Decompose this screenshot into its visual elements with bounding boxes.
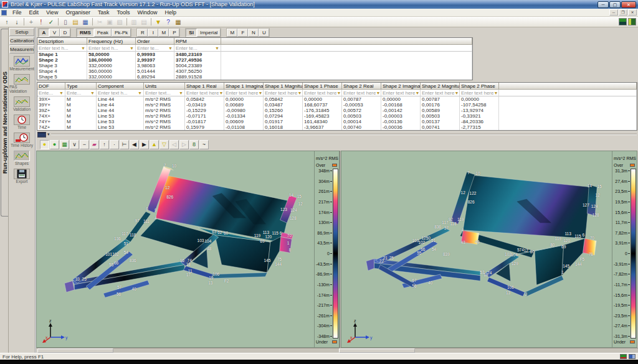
control-button-v[interactable]: V bbox=[49, 29, 60, 37]
filter-input[interactable]: Enter text here▼ bbox=[303, 90, 342, 96]
filter-funnel-icon[interactable]: ▼ bbox=[130, 45, 134, 52]
next-shape-icon[interactable]: ▶ bbox=[140, 140, 149, 149]
surface-icon[interactable]: ▦ bbox=[60, 140, 69, 149]
menu-file[interactable]: File bbox=[9, 9, 26, 16]
print-icon[interactable]: ▥ bbox=[129, 17, 139, 27]
filter-funnel-icon[interactable]: ▼ bbox=[168, 45, 173, 52]
column-header-component[interactable]: Component bbox=[97, 83, 144, 90]
table-row[interactable]: Shape 2186,000002,993973727,49536 bbox=[37, 57, 472, 63]
control-button-si[interactable]: SI bbox=[186, 29, 197, 37]
new-document-icon[interactable]: ▯ bbox=[60, 17, 70, 27]
column-header-shape-1-magnitude[interactable]: Shape 1 Magnitude bbox=[264, 83, 303, 90]
menu-help[interactable]: Help bbox=[161, 9, 180, 16]
filter-funnel-icon[interactable]: ▼ bbox=[81, 45, 85, 52]
menu-task[interactable]: Task bbox=[94, 9, 113, 16]
table-row[interactable]: 39X+MLine 44m/s^2 RMS0,058420,000000,058… bbox=[37, 96, 637, 102]
control-button-m[interactable]: M bbox=[158, 29, 169, 37]
column-header-shape-2-magnitude[interactable]: Shape 2 Magnitude bbox=[421, 83, 460, 90]
filter-funnel-icon[interactable]: ▼ bbox=[415, 90, 419, 96]
filter-funnel-icon[interactable]: ▼ bbox=[59, 90, 64, 96]
table-row[interactable]: 39Y+MLine 44m/s^2 RMS-0,034190,006890,03… bbox=[37, 102, 637, 108]
line-icon[interactable]: − bbox=[80, 140, 89, 149]
control-button-i[interactable]: I bbox=[148, 29, 158, 37]
child-restore-button[interactable]: ❐ bbox=[619, 9, 627, 16]
filter-funnel-icon[interactable]: ▼ bbox=[258, 90, 262, 96]
layout-stack-icon[interactable] bbox=[37, 132, 46, 138]
paste-icon[interactable]: ▧ bbox=[115, 17, 125, 27]
table-row[interactable]: 39Z+MLine 44m/s^2 RMS-0,15229-0,009800,1… bbox=[37, 108, 637, 113]
scale-icon[interactable]: ⊢ bbox=[120, 140, 129, 149]
dot-icon[interactable]: · bbox=[110, 140, 119, 149]
open-folder-icon[interactable]: ▤ bbox=[70, 17, 80, 27]
move-up-icon[interactable]: ↑ bbox=[2, 17, 12, 27]
column-header-description[interactable]: Description bbox=[37, 38, 87, 45]
print-preview-icon[interactable]: ▤ bbox=[139, 17, 149, 27]
sidebar-button-calibration[interactable]: Calibration bbox=[9, 37, 34, 45]
menu-window[interactable]: Window bbox=[133, 9, 161, 16]
filter-funnel-icon[interactable]: ▼ bbox=[215, 45, 219, 52]
next-disabled-icon[interactable]: ▷ bbox=[179, 140, 189, 149]
select-mode-icon[interactable]: ∨ bbox=[70, 140, 79, 149]
sidebar-item-time[interactable]: Time bbox=[9, 113, 34, 131]
maximize-button[interactable]: ▢ bbox=[609, 1, 621, 8]
help-icon[interactable]: ? bbox=[163, 17, 173, 27]
filter-funnel-icon[interactable]: ▼ bbox=[454, 90, 459, 96]
curve-icon[interactable]: ~ bbox=[199, 140, 209, 149]
tray-status-icon[interactable] bbox=[629, 354, 636, 359]
add-icon[interactable]: + bbox=[26, 17, 36, 27]
column-header-shape-2-real[interactable]: Shape 2 Real bbox=[342, 83, 381, 90]
sidebar-item-measurement[interactable]: Measurement bbox=[9, 54, 34, 72]
filter-input[interactable]: Enter text here▼ bbox=[264, 90, 303, 96]
column-header-rpm[interactable]: RPM bbox=[174, 38, 221, 45]
scroll-thumb-left[interactable] bbox=[37, 348, 113, 353]
organiser-icon[interactable]: ▦ bbox=[173, 17, 183, 27]
sidebar-item-time-history[interactable]: Time History bbox=[9, 131, 34, 149]
tab-run-up-down-ods[interactable]: Run-up/down and Non-stationary ODS bbox=[1, 29, 8, 217]
control-button-f[interactable]: F bbox=[237, 29, 248, 37]
tray-monitor-icon[interactable] bbox=[620, 354, 627, 359]
menu-view[interactable]: View bbox=[42, 9, 62, 16]
column-header-shape-1-phase[interactable]: Shape 1 Phase bbox=[303, 83, 342, 90]
link-icon[interactable]: 8 bbox=[189, 140, 199, 149]
sidebar-item-validation[interactable]: Validation bbox=[9, 95, 34, 113]
sidebar-button-setup[interactable]: Setup bbox=[9, 28, 34, 36]
prev-shape-icon[interactable]: ◀ bbox=[130, 140, 139, 149]
column-header-order[interactable]: Order bbox=[136, 38, 174, 45]
sidebar-button-measurements[interactable]: Measurements bbox=[9, 45, 34, 54]
move-down-icon[interactable]: ↓ bbox=[12, 17, 22, 27]
filter-input[interactable]: Enter text...▼ bbox=[144, 90, 185, 96]
sidebar-item-shapes[interactable]: Shapes bbox=[9, 149, 34, 167]
filter-funnel-icon[interactable]: ▼ bbox=[493, 90, 498, 96]
down-step-icon[interactable]: ▽ bbox=[160, 140, 169, 149]
arrow-up-icon[interactable]: ↑ bbox=[100, 140, 109, 149]
filter-input[interactable]: Enter text here▼ bbox=[421, 90, 460, 96]
shape2-3d-view[interactable]: z y x 7101212282692119117118836374434610… bbox=[341, 151, 612, 348]
filter-input[interactable]: Enter text here▼ bbox=[460, 90, 499, 96]
filter-input[interactable]: Enter text here▼ bbox=[224, 90, 264, 96]
menu-edit[interactable]: Edit bbox=[26, 9, 43, 16]
table-row[interactable]: 74Z+MLine 53m/s^2 RMS0,15979-0,011080,16… bbox=[37, 124, 637, 130]
shape1-3d-view[interactable]: z y x 7101282669497111117118136511011025… bbox=[36, 151, 315, 348]
menu-organiser[interactable]: Organiser bbox=[62, 9, 94, 16]
report-view-icon[interactable] bbox=[628, 18, 636, 26]
prev-disabled-icon[interactable]: ◁ bbox=[169, 140, 179, 149]
menu-tools[interactable]: Tools bbox=[113, 9, 133, 16]
control-button-pk-pk[interactable]: Pk-Pk bbox=[112, 29, 131, 37]
chevron-down-icon[interactable]: ▾ bbox=[47, 132, 50, 137]
column-header-shape-2-phase[interactable]: Shape 2 Phase bbox=[460, 83, 499, 90]
filter-input[interactable]: Enter text here▼ bbox=[342, 90, 381, 96]
table-row[interactable]: Shape 3332,000003,980635004,23389 bbox=[37, 63, 472, 68]
table-row[interactable]: 74X+MLine 53m/s^2 RMS-0,07171-0,013340,0… bbox=[37, 113, 637, 119]
horizontal-scrollbar[interactable] bbox=[36, 348, 638, 353]
table-row[interactable]: Shape 158,000000,999933480,23169 bbox=[37, 52, 472, 57]
control-button-r[interactable]: R bbox=[137, 29, 148, 37]
table-row[interactable]: Shape 5332,000006,892942889,91528 bbox=[37, 74, 472, 80]
filter-funnel-icon[interactable]: ▼ bbox=[179, 90, 183, 96]
column-header-units[interactable]: Units bbox=[144, 83, 185, 90]
control-button-imperial[interactable]: Imperial bbox=[197, 29, 221, 37]
sidebar-item-pas-validation[interactable]: PAS Validation bbox=[9, 72, 34, 95]
filter-input[interactable]: Enter te...▼ bbox=[136, 45, 174, 52]
close-button[interactable]: ✕ bbox=[621, 1, 636, 8]
table-row[interactable]: Shape 4360,000005,014444307,56250 bbox=[37, 68, 472, 74]
filter-input[interactable]: Ente...▼ bbox=[37, 90, 65, 96]
